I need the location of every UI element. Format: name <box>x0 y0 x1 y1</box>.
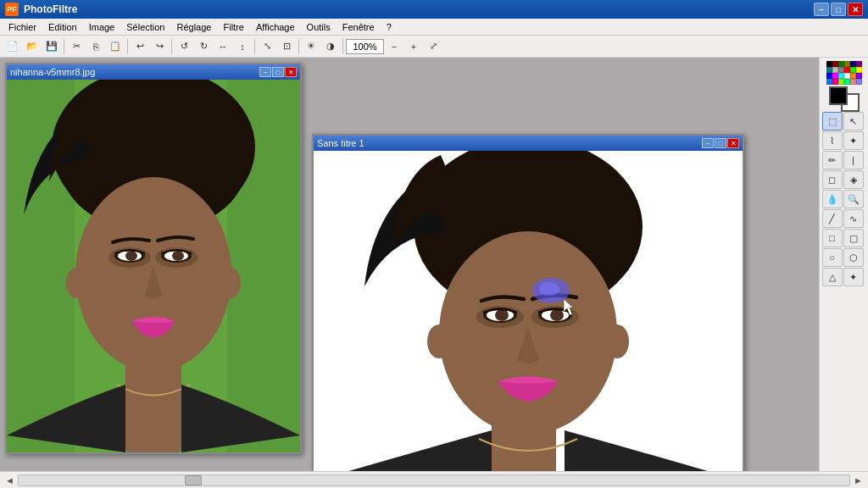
tool-triangle[interactable]: △ <box>822 268 843 286</box>
menu-item-?[interactable]: ? <box>381 20 397 34</box>
doc-close-left[interactable]: ✕ <box>285 67 297 77</box>
minimize-button[interactable]: − <box>814 3 829 16</box>
color-cell[interactable] <box>826 67 832 73</box>
toolbar-crop[interactable]: ⊡ <box>277 37 296 56</box>
toolbar-rotate-left[interactable]: ↺ <box>175 37 193 56</box>
tool-curve[interactable]: ∿ <box>843 209 864 228</box>
tool-pointer[interactable]: ↖ <box>843 112 864 130</box>
scroll-arrow-right[interactable]: ► <box>854 475 863 485</box>
tool-row-8: ○ ⬡ <box>822 248 866 267</box>
tool-eraser[interactable]: ◻ <box>822 170 843 189</box>
horizontal-scrollbar[interactable] <box>18 474 850 486</box>
toolbar-redo[interactable]: ↪ <box>150 37 169 56</box>
toolbar-copy[interactable]: ⎘ <box>86 37 105 56</box>
menu-item-fichier[interactable]: Fichier <box>3 20 42 34</box>
toolbar-save[interactable]: 💾 <box>42 37 61 56</box>
color-cell[interactable] <box>838 61 844 67</box>
tool-pencil[interactable]: ✏ <box>822 151 843 169</box>
color-palette[interactable] <box>826 61 862 85</box>
doc-controls-left[interactable]: − □ ✕ <box>259 67 297 77</box>
tool-zoom[interactable]: 🔍 <box>843 190 864 208</box>
color-cell[interactable] <box>838 73 844 79</box>
doc-title-bar-left[interactable]: nihanna-v5mmr8.jpg − □ ✕ <box>7 64 300 80</box>
doc-maximize-right[interactable]: □ <box>715 138 726 148</box>
tool-select-rect[interactable]: ⬚ <box>822 112 843 130</box>
color-cell[interactable] <box>856 67 862 73</box>
toolbar-contrast[interactable]: ◑ <box>321 37 340 56</box>
color-cell[interactable] <box>844 79 850 85</box>
toolbar-undo[interactable]: ↩ <box>131 37 149 56</box>
color-cell[interactable] <box>844 73 850 79</box>
doc-close-right[interactable]: ✕ <box>727 138 739 148</box>
color-cell[interactable] <box>838 67 844 73</box>
tool-line[interactable]: ╱ <box>822 209 843 228</box>
color-cell[interactable] <box>832 67 838 73</box>
color-cell[interactable] <box>850 79 856 85</box>
doc-controls-right[interactable]: − □ ✕ <box>702 138 739 148</box>
menu-item-edition[interactable]: Edition <box>43 20 82 34</box>
doc-maximize-left[interactable]: □ <box>272 67 284 77</box>
color-cell[interactable] <box>844 67 850 73</box>
toolbar-brightness[interactable]: ☀ <box>302 37 320 56</box>
svg-point-32 <box>539 282 559 296</box>
zoom-input[interactable] <box>346 39 384 54</box>
svg-point-29 <box>427 324 451 358</box>
color-cell[interactable] <box>856 61 862 67</box>
tool-circle[interactable]: ○ <box>822 248 843 267</box>
tool-rect-shape[interactable]: □ <box>822 229 843 247</box>
menu-item-fenêtre[interactable]: Fenêtre <box>337 20 380 34</box>
menu-item-image[interactable]: Image <box>84 20 120 34</box>
toolbar-sep2 <box>127 39 128 54</box>
color-cell[interactable] <box>856 79 862 85</box>
toolbar-rotate-right[interactable]: ↻ <box>194 37 213 56</box>
tool-fill[interactable]: ◈ <box>843 170 864 189</box>
tool-polygon[interactable]: ⬡ <box>843 248 864 267</box>
svg-point-12 <box>125 251 137 261</box>
toolbar-paste[interactable]: 📋 <box>106 37 125 56</box>
maximize-button[interactable]: □ <box>831 3 846 16</box>
color-cell[interactable] <box>850 73 856 79</box>
title-bar-controls[interactable]: − □ ✕ <box>814 3 863 16</box>
tool-magic[interactable]: ✦ <box>843 131 864 150</box>
color-cell[interactable] <box>850 67 856 73</box>
color-cell[interactable] <box>832 61 838 67</box>
toolbar-zoom-in[interactable]: + <box>404 37 423 56</box>
color-cell[interactable] <box>850 61 856 67</box>
scroll-arrow-left[interactable]: ◄ <box>5 475 14 485</box>
tool-lasso[interactable]: ⌇ <box>822 131 843 150</box>
color-cell[interactable] <box>826 79 832 85</box>
toolbar-flip-h[interactable]: ↔ <box>214 37 232 56</box>
tool-roundrect[interactable]: ▢ <box>843 229 864 247</box>
menu-item-réglage[interactable]: Réglage <box>172 20 217 34</box>
doc-minimize-left[interactable]: − <box>259 67 271 77</box>
toolbar-zoom-out[interactable]: − <box>385 37 403 56</box>
color-cell[interactable] <box>826 61 832 67</box>
color-cell[interactable] <box>838 79 844 85</box>
toolbar-flip-v[interactable]: ↕ <box>233 37 252 56</box>
menu-item-affichage[interactable]: Affichage <box>251 20 300 34</box>
menu-item-outils[interactable]: Outils <box>302 20 336 34</box>
toolbar-resize[interactable]: ⤡ <box>258 37 276 56</box>
doc-minimize-right[interactable]: − <box>702 138 714 148</box>
toolbar-open[interactable]: 📂 <box>23 37 42 56</box>
tool-row-2: ⌇ ✦ <box>822 131 866 150</box>
toolbar-zoom-fit[interactable]: ⤢ <box>424 37 442 56</box>
color-cell[interactable] <box>832 73 838 79</box>
menu-item-sélection[interactable]: Sélection <box>121 20 170 34</box>
tool-star[interactable]: ✦ <box>843 268 864 286</box>
toolbar-new[interactable]: 📄 <box>3 37 22 56</box>
tool-brush[interactable]: | <box>843 151 864 169</box>
color-cell[interactable] <box>826 73 832 79</box>
color-cell[interactable] <box>856 73 862 79</box>
color-cell[interactable] <box>844 61 850 67</box>
toolbar-cut[interactable]: ✂ <box>67 37 86 56</box>
close-button[interactable]: ✕ <box>848 3 863 16</box>
tool-eyedropper[interactable]: 💧 <box>822 190 843 208</box>
color-cell[interactable] <box>832 79 838 85</box>
scrollbar-thumb[interactable] <box>185 475 202 485</box>
menu-item-filtre[interactable]: Filtre <box>218 20 248 34</box>
doc-title-bar-right[interactable]: Sans titre 1 − □ ✕ <box>314 136 743 151</box>
foreground-color[interactable] <box>829 86 848 105</box>
main-area: nihanna-v5mmr8.jpg − □ ✕ <box>0 58 868 471</box>
fg-bg-colors[interactable] <box>829 86 860 112</box>
